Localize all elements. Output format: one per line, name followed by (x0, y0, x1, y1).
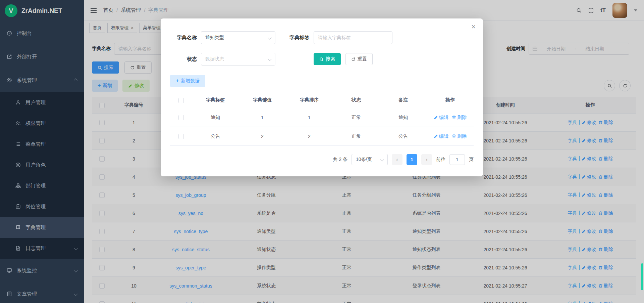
pencil-icon (434, 115, 438, 120)
modal-table-row: 公告 2 2 正常 公告 编辑 删除 (170, 127, 474, 146)
search-icon (319, 57, 324, 61)
cell-dict-value: 1 (239, 108, 286, 127)
dict-data-modal: × 字典名称 通知类型 字典标签 状态 数据状态 搜索 (161, 18, 483, 176)
cell-dict-label: 公告 (192, 127, 239, 146)
cell-status: 正常 (333, 127, 380, 146)
trash-icon (452, 115, 456, 120)
select-all-checkbox[interactable] (178, 98, 184, 103)
cell-dict-label: 通知 (192, 108, 239, 127)
header-dict-sort: 字典排序 (286, 92, 333, 108)
modal-button-group: 搜索 重置 (314, 53, 392, 65)
chevron-down-icon (268, 36, 271, 39)
header-dict-value: 字典键值 (239, 92, 286, 108)
modal-filter-form: 字典名称 通知类型 字典标签 状态 数据状态 搜索 重置 (170, 31, 474, 66)
modal-search-button[interactable]: 搜索 (314, 53, 341, 65)
scrollbar-thumb[interactable] (641, 263, 643, 290)
dict-name-select-value: 通知类型 (205, 35, 268, 41)
chevron-down-icon (268, 57, 271, 61)
header-status: 状态 (333, 92, 380, 108)
page-unit-label: 页 (469, 157, 474, 163)
pagination: 共 2 条 10条/页 ‹ 1 › 前往 页 (170, 154, 474, 165)
add-data-button[interactable]: + 新增数据 (170, 75, 205, 87)
row-delete-link[interactable]: 删除 (452, 133, 467, 139)
goto-label: 前往 (436, 157, 445, 163)
row-edit-link[interactable]: 编辑 (434, 115, 448, 121)
modal-reset-button[interactable]: 重置 (345, 53, 373, 65)
trash-icon (452, 134, 456, 138)
chevron-down-icon (380, 158, 384, 161)
status-select-placeholder: 数据状态 (205, 56, 268, 62)
dict-tag-input[interactable] (314, 31, 392, 44)
header-dict-label: 字典标签 (192, 92, 239, 108)
next-page-button[interactable]: › (421, 154, 432, 165)
page-size-select[interactable]: 10条/页 (352, 154, 388, 165)
status-select[interactable]: 数据状态 (201, 53, 275, 66)
cell-dict-sort: 2 (286, 127, 333, 146)
dict-data-table: 字典标签 字典键值 字典排序 状态 备注 操作 通知 1 1 正常 通知 (170, 92, 474, 146)
row-checkbox[interactable] (178, 115, 184, 120)
modal-table-row: 通知 1 1 正常 通知 编辑 删除 (170, 108, 474, 127)
pencil-icon (434, 134, 438, 138)
app-root: V ZrAdmin.NET 控制台 外部打开 系统管理 用户管理 (0, 0, 644, 303)
cell-remark: 公告 (380, 127, 427, 146)
plus-icon: + (176, 78, 179, 84)
header-actions: 操作 (427, 92, 474, 108)
cell-remark: 通知 (380, 108, 427, 127)
cell-status: 正常 (333, 108, 380, 127)
cell-actions: 编辑 删除 (427, 127, 474, 146)
current-page-button[interactable]: 1 (407, 154, 417, 165)
cell-actions: 编辑 删除 (427, 108, 474, 127)
close-icon[interactable]: × (471, 23, 476, 31)
page-size-value: 10条/页 (356, 157, 381, 163)
cell-dict-sort: 1 (286, 108, 333, 127)
status-label: 状态 (170, 56, 197, 62)
cell-dict-value: 2 (239, 127, 286, 146)
dict-tag-label: 字典标签 (279, 35, 310, 41)
modal-table-header-row: 字典标签 字典键值 字典排序 状态 备注 操作 (170, 92, 474, 108)
modal-dict-name-label: 字典名称 (170, 35, 197, 41)
dict-name-select[interactable]: 通知类型 (201, 31, 275, 44)
row-edit-link[interactable]: 编辑 (434, 133, 448, 139)
prev-page-button[interactable]: ‹ (392, 154, 402, 165)
row-checkbox[interactable] (178, 134, 184, 139)
refresh-icon (351, 57, 356, 61)
goto-page-input[interactable] (449, 154, 465, 165)
row-delete-link[interactable]: 删除 (452, 115, 467, 121)
pagination-total: 共 2 条 (333, 157, 347, 163)
header-remark: 备注 (380, 92, 427, 108)
